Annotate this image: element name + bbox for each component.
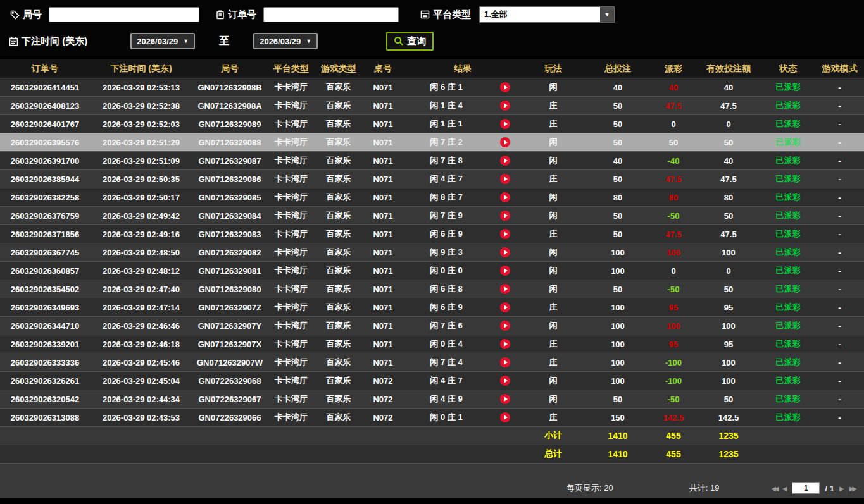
cell-table_no: N071 xyxy=(362,193,404,202)
cell-valid_bet: 0 xyxy=(696,120,761,129)
round-input[interactable] xyxy=(49,7,199,22)
table-row[interactable]: 2603290264144512026-03-29 02:53:13GN0712… xyxy=(0,78,864,97)
cell-game: 百家乐 xyxy=(315,210,362,221)
cell-play: 闲 xyxy=(522,375,585,386)
play-icon[interactable] xyxy=(489,247,522,257)
play-icon[interactable] xyxy=(489,119,522,129)
play-icon[interactable] xyxy=(489,357,522,367)
cell-order: 260329026313088 xyxy=(0,413,90,422)
table-row[interactable]: 2603290263955762026-03-29 02:51:29GN0712… xyxy=(0,133,864,152)
cell-mode: - xyxy=(815,230,864,239)
play-icon[interactable] xyxy=(489,174,522,184)
cell-total_bet: 50 xyxy=(585,175,651,184)
cell-platform: 卡卡湾厅 xyxy=(267,137,315,148)
table-row[interactable]: 2603290263392012026-03-29 02:46:18GN0712… xyxy=(0,335,864,353)
platform-select[interactable]: 1.全部 ▼ xyxy=(479,6,615,23)
date-from-picker[interactable]: 2026/03/29 ▼ xyxy=(130,33,195,49)
cell-payout: 80 xyxy=(651,193,696,202)
play-icon[interactable] xyxy=(489,229,522,239)
order-filter-label: 订单号 xyxy=(228,9,256,21)
play-icon[interactable] xyxy=(489,339,522,349)
table-row[interactable]: 2603290263718562026-03-29 02:49:16GN0712… xyxy=(0,225,864,243)
cell-time: 2026-03-29 02:51:09 xyxy=(90,156,192,166)
cell-status: 已派彩 xyxy=(761,247,815,258)
page-number-input[interactable] xyxy=(792,482,820,494)
play-icon[interactable] xyxy=(489,137,522,147)
cell-game: 百家乐 xyxy=(315,118,362,130)
table-row[interactable]: 2603290263262612026-03-29 02:45:04GN0722… xyxy=(0,372,864,390)
table-row[interactable]: 2603290263608572026-03-29 02:48:12GN0712… xyxy=(0,262,864,280)
play-icon[interactable] xyxy=(489,82,522,92)
next-page-icon[interactable]: ▶ xyxy=(839,485,844,492)
table-row[interactable]: 2603290264017672026-03-29 02:52:03GN0712… xyxy=(0,115,864,133)
date-to-value: 2026/03/29 xyxy=(260,37,301,46)
cell-total_bet: 80 xyxy=(585,193,651,202)
cell-payout: 95 xyxy=(651,340,696,349)
play-icon[interactable] xyxy=(489,101,522,111)
last-page-icon[interactable]: ▶▶ xyxy=(849,485,855,492)
play-icon[interactable] xyxy=(489,321,522,331)
cell-payout: -50 xyxy=(651,395,696,404)
cell-status: 已派彩 xyxy=(761,228,815,240)
cell-status: 已派彩 xyxy=(761,137,815,148)
result-text: 闲 4 庄 7 xyxy=(404,375,489,386)
play-icon[interactable] xyxy=(489,394,522,404)
table-row[interactable]: 2603290263496932026-03-29 02:47:14GN0712… xyxy=(0,298,864,317)
cell-game: 百家乐 xyxy=(315,265,362,276)
play-icon[interactable] xyxy=(489,156,522,166)
cell-order: 260329026376759 xyxy=(0,211,90,221)
date-from-value: 2026/03/29 xyxy=(137,37,178,46)
cell-time: 2026-03-29 02:47:40 xyxy=(90,285,192,294)
cell-mode: - xyxy=(815,83,864,92)
first-page-icon[interactable]: ◀◀ xyxy=(771,485,777,492)
table-footer: 每页显示: 20 共计: 19 ◀◀ ◀ / 1 ▶ ▶▶ xyxy=(0,479,864,498)
subtotal-payout: 455 xyxy=(651,431,696,441)
cell-mode: - xyxy=(815,376,864,386)
play-icon[interactable] xyxy=(489,192,522,202)
play-icon[interactable] xyxy=(489,284,522,294)
table-row[interactable]: 2603290263677452026-03-29 02:48:50GN0712… xyxy=(0,243,864,262)
play-icon[interactable] xyxy=(489,266,522,276)
cell-total_bet: 100 xyxy=(585,358,651,367)
cell-time: 2026-03-29 02:44:34 xyxy=(90,395,192,404)
search-button-label: 查询 xyxy=(407,35,426,47)
column-header: 下注时间 (美东) xyxy=(90,63,192,75)
cell-mode: - xyxy=(815,340,864,349)
cell-time: 2026-03-29 02:46:46 xyxy=(90,321,192,331)
prev-page-icon[interactable]: ◀ xyxy=(782,485,787,492)
table-row[interactable]: 2603290263917002026-03-29 02:51:09GN0712… xyxy=(0,152,864,170)
table-row[interactable]: 2603290264081232026-03-29 02:52:38GN0712… xyxy=(0,97,864,115)
table-row[interactable]: 2603290263130882026-03-29 02:43:53GN0722… xyxy=(0,409,864,427)
cell-status: 已派彩 xyxy=(761,412,815,423)
cell-status: 已派彩 xyxy=(761,283,815,295)
cell-total_bet: 100 xyxy=(585,321,651,331)
order-input[interactable] xyxy=(263,7,399,22)
column-header: 桌号 xyxy=(362,63,404,75)
cell-play: 闲 xyxy=(522,210,585,221)
cell-mode: - xyxy=(815,303,864,312)
cell-valid_bet: 50 xyxy=(696,285,761,294)
cell-total_bet: 150 xyxy=(585,413,651,422)
table-row[interactable]: 2603290263333362026-03-29 02:45:46GN0712… xyxy=(0,353,864,372)
cell-table_no: N071 xyxy=(362,175,404,184)
chevron-down-icon: ▼ xyxy=(306,38,311,44)
search-button[interactable]: 查询 xyxy=(386,32,434,51)
cell-play: 闲 xyxy=(522,82,585,93)
table-row[interactable]: 2603290263822582026-03-29 02:50:17GN0712… xyxy=(0,188,864,207)
total-payout: 455 xyxy=(651,449,696,459)
play-icon[interactable] xyxy=(489,211,522,221)
cell-result: 闲 4 庄 7 xyxy=(404,375,522,386)
play-icon[interactable] xyxy=(489,376,522,386)
table-row[interactable]: 2603290263205422026-03-29 02:44:34GN0722… xyxy=(0,390,864,409)
table-row[interactable]: 2603290263545022026-03-29 02:47:40GN0712… xyxy=(0,280,864,298)
play-icon[interactable] xyxy=(489,302,522,312)
table-row[interactable]: 2603290263767592026-03-29 02:49:42GN0712… xyxy=(0,207,864,225)
cell-valid_bet: 47.5 xyxy=(696,230,761,239)
cell-time: 2026-03-29 02:48:12 xyxy=(90,266,192,276)
table-row[interactable]: 2603290263859442026-03-29 02:50:35GN0712… xyxy=(0,170,864,188)
play-icon[interactable] xyxy=(489,412,522,422)
cell-result: 闲 0 庄 0 xyxy=(404,265,522,276)
date-to-picker[interactable]: 2026/03/29 ▼ xyxy=(253,33,318,49)
cell-valid_bet: 47.5 xyxy=(696,175,761,184)
table-row[interactable]: 2603290263447102026-03-29 02:46:46GN0712… xyxy=(0,317,864,335)
